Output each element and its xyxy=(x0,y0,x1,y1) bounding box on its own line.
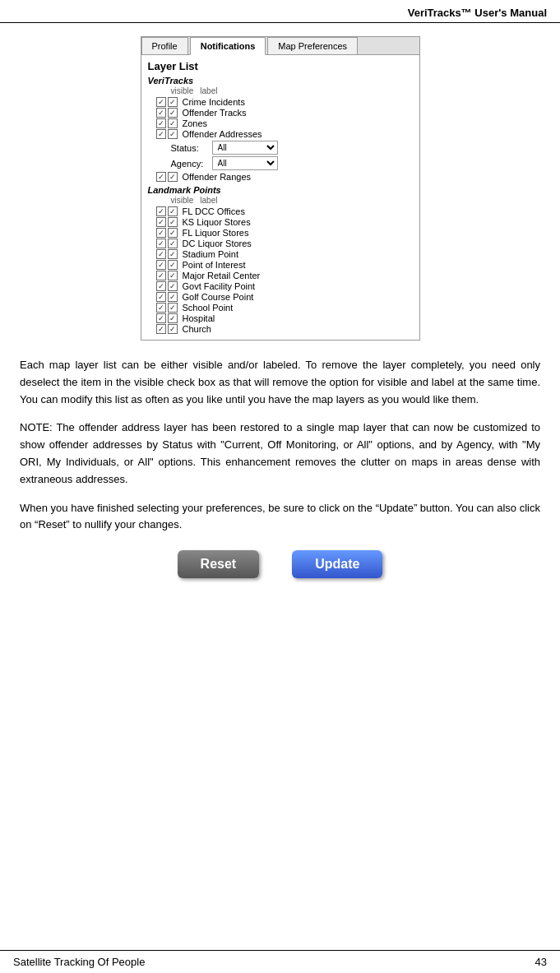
list-item: School Point xyxy=(156,303,413,313)
visible-checkbox[interactable] xyxy=(156,172,166,182)
layer-label: Zones xyxy=(183,118,208,128)
panel-body: Layer List VeriTracks visible label Crim… xyxy=(141,55,419,340)
visible-checkbox[interactable] xyxy=(156,108,166,118)
list-item: Offender Ranges xyxy=(156,172,413,182)
list-item: Major Retail Center xyxy=(156,271,413,280)
visible-checkbox[interactable] xyxy=(156,292,166,302)
col-headers-veritracks: visible label xyxy=(171,86,413,95)
layer-label: Stadium Point xyxy=(183,249,238,259)
status-filter-row: Status: All Current Off Monitoring xyxy=(171,141,413,155)
footer-right: 43 xyxy=(535,956,547,968)
list-item: Hospital xyxy=(156,313,413,323)
layer-label: School Point xyxy=(183,303,234,313)
ui-panel: Profile Notifications Map Preferences La… xyxy=(141,36,420,341)
checkbox-group xyxy=(156,228,179,238)
body-para1: Each map layer list can be either visibl… xyxy=(20,357,540,408)
checkbox-group xyxy=(156,206,179,216)
label-checkbox[interactable] xyxy=(168,239,178,248)
page-header: VeriTracks™ User's Manual xyxy=(0,0,560,23)
checkbox-group xyxy=(156,281,179,291)
tab-profile[interactable]: Profile xyxy=(141,37,188,54)
visible-checkbox[interactable] xyxy=(156,239,166,248)
label-checkbox[interactable] xyxy=(168,118,178,128)
label-checkbox[interactable] xyxy=(168,324,178,334)
body-para3: When you have finished selecting your pr… xyxy=(20,500,540,535)
visible-checkbox[interactable] xyxy=(156,281,166,291)
label-checkbox[interactable] xyxy=(168,313,178,323)
page-footer: Satellite Tracking Of People 43 xyxy=(0,950,560,973)
list-item: Church xyxy=(156,324,413,334)
label-checkbox[interactable] xyxy=(168,228,178,238)
list-item: Zones xyxy=(156,118,413,128)
checkbox-group xyxy=(156,249,179,259)
layer-label: FL Liquor Stores xyxy=(183,228,249,238)
agency-filter-row: Agency: All My ORI My Individuals xyxy=(171,156,413,170)
section-landmark-points: Landmark Points xyxy=(148,185,413,195)
checkbox-group xyxy=(156,217,179,227)
layer-label: Point of Interest xyxy=(183,260,246,270)
reset-button[interactable]: Reset xyxy=(178,550,260,578)
checkbox-group xyxy=(156,239,179,248)
visible-checkbox[interactable] xyxy=(156,97,166,107)
checkbox-group xyxy=(156,129,179,139)
layer-list-title: Layer List xyxy=(148,60,413,72)
checkbox-group xyxy=(156,303,179,313)
visible-checkbox[interactable] xyxy=(156,324,166,334)
label-checkbox[interactable] xyxy=(168,97,178,107)
checkbox-group xyxy=(156,118,179,128)
label-checkbox[interactable] xyxy=(168,292,178,302)
status-select[interactable]: All Current Off Monitoring xyxy=(212,141,278,155)
list-item: DC Liquor Stores xyxy=(156,239,413,248)
visible-checkbox[interactable] xyxy=(156,260,166,270)
visible-checkbox[interactable] xyxy=(156,313,166,323)
visible-checkbox[interactable] xyxy=(156,206,166,216)
label-checkbox[interactable] xyxy=(168,271,178,280)
checkbox-group xyxy=(156,271,179,280)
button-row: Reset Update xyxy=(20,550,540,578)
visible-checkbox[interactable] xyxy=(156,271,166,280)
list-item: Offender Tracks xyxy=(156,108,413,118)
layer-label: Church xyxy=(183,324,211,334)
layer-label: Major Retail Center xyxy=(183,271,261,280)
tab-map-preferences[interactable]: Map Preferences xyxy=(267,37,358,54)
agency-select[interactable]: All My ORI My Individuals xyxy=(212,156,278,170)
label-checkbox[interactable] xyxy=(168,206,178,216)
layer-label: DC Liquor Stores xyxy=(183,239,252,248)
list-item: Stadium Point xyxy=(156,249,413,259)
footer-left: Satellite Tracking Of People xyxy=(13,956,145,968)
checkbox-group xyxy=(156,260,179,270)
tab-notifications[interactable]: Notifications xyxy=(190,37,266,55)
layer-label: FL DCC Offices xyxy=(183,206,245,216)
list-item: Golf Course Point xyxy=(156,292,413,302)
visible-checkbox[interactable] xyxy=(156,303,166,313)
label-checkbox[interactable] xyxy=(168,129,178,139)
list-item: Offender Addresses xyxy=(156,129,413,139)
agency-label: Agency: xyxy=(171,159,212,169)
label-checkbox[interactable] xyxy=(168,217,178,227)
header-title: VeriTracks™ User's Manual xyxy=(408,7,547,19)
visible-checkbox[interactable] xyxy=(156,129,166,139)
list-item: KS Liquor Stores xyxy=(156,217,413,227)
update-button[interactable]: Update xyxy=(292,550,382,578)
checkbox-group xyxy=(156,172,179,182)
label-checkbox[interactable] xyxy=(168,281,178,291)
tab-bar: Profile Notifications Map Preferences xyxy=(141,37,419,55)
status-label: Status: xyxy=(171,143,212,153)
label-checkbox[interactable] xyxy=(168,249,178,259)
checkbox-group xyxy=(156,108,179,118)
checkbox-group xyxy=(156,313,179,323)
visible-checkbox[interactable] xyxy=(156,118,166,128)
label-checkbox[interactable] xyxy=(168,172,178,182)
layer-label: Offender Ranges xyxy=(183,172,252,182)
list-item: Point of Interest xyxy=(156,260,413,270)
visible-checkbox[interactable] xyxy=(156,228,166,238)
layer-label: Offender Addresses xyxy=(183,129,262,139)
main-content: Profile Notifications Map Preferences La… xyxy=(0,23,560,616)
label-checkbox[interactable] xyxy=(168,260,178,270)
label-checkbox[interactable] xyxy=(168,303,178,313)
visible-checkbox[interactable] xyxy=(156,249,166,259)
layer-label: Crime Incidents xyxy=(183,97,245,107)
checkbox-group xyxy=(156,324,179,334)
visible-checkbox[interactable] xyxy=(156,217,166,227)
label-checkbox[interactable] xyxy=(168,108,178,118)
